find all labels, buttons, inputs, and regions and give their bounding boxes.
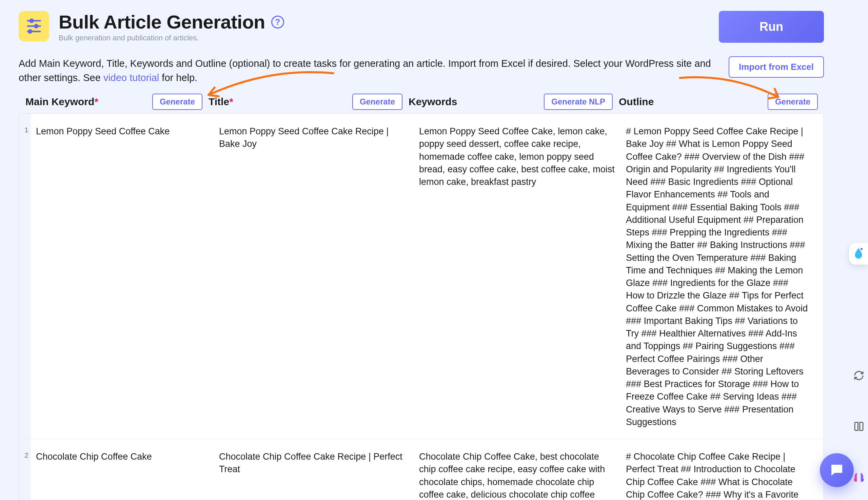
- table-row[interactable]: 2 Chocolate Chip Coffee Cake Chocolate C…: [19, 439, 824, 500]
- video-tutorial-link[interactable]: video tutorial: [103, 72, 159, 83]
- cell-keywords[interactable]: Chocolate Chip Coffee Cake, best chocola…: [419, 451, 626, 500]
- cell-outline[interactable]: # Chocolate Chip Coffee Cake Recipe | Pe…: [626, 451, 818, 500]
- row-number: 2: [19, 439, 31, 500]
- app-icon: [19, 11, 49, 42]
- brain-icon[interactable]: [852, 470, 866, 485]
- cell-outline[interactable]: # Lemon Poppy Seed Coffee Cake Recipe | …: [626, 125, 818, 429]
- chat-icon: [829, 462, 845, 478]
- row-number: 1: [19, 114, 31, 439]
- tasks-table: 1 Lemon Poppy Seed Coffee Cake Lemon Pop…: [19, 113, 824, 500]
- outline-label: Outline: [619, 96, 654, 107]
- run-button[interactable]: Run: [719, 11, 824, 43]
- generate-main-keyword-button[interactable]: Generate: [152, 94, 202, 110]
- main-keyword-label: Main Keyword*: [25, 96, 98, 107]
- cell-main-keyword[interactable]: Lemon Poppy Seed Coffee Cake: [36, 125, 219, 429]
- generate-nlp-button[interactable]: Generate NLP: [544, 94, 613, 110]
- side-tool-pill[interactable]: [849, 243, 868, 264]
- cell-title[interactable]: Lemon Poppy Seed Coffee Cake Recipe | Ba…: [219, 125, 419, 429]
- refresh-icon[interactable]: [852, 368, 866, 383]
- svg-point-7: [28, 30, 32, 33]
- water-drop-icon: [853, 247, 865, 259]
- chat-fab[interactable]: [820, 453, 854, 487]
- cell-keywords[interactable]: Lemon Poppy Seed Coffee Cake, lemon cake…: [419, 125, 626, 429]
- cell-title[interactable]: Chocolate Chip Coffee Cake Recipe | Perf…: [219, 451, 419, 500]
- table-row[interactable]: 1 Lemon Poppy Seed Coffee Cake Lemon Pop…: [19, 114, 824, 439]
- intro-after: for help.: [159, 72, 197, 83]
- book-icon[interactable]: [852, 419, 866, 433]
- title-label: Title*: [209, 96, 233, 107]
- keywords-label: Keywords: [408, 96, 457, 107]
- svg-point-1: [30, 19, 33, 22]
- page-title: Bulk Article Generation: [59, 11, 265, 33]
- generate-outline-button[interactable]: Generate: [768, 94, 818, 110]
- intro-text: Add Main Keyword, Title, Keywords and Ou…: [19, 56, 715, 85]
- cell-main-keyword[interactable]: Chocolate Chip Coffee Cake: [36, 451, 219, 500]
- svg-point-9: [860, 248, 863, 250]
- import-from-excel-button[interactable]: Import from Excel: [729, 56, 824, 78]
- column-headers: Main Keyword* Generate Title* Generate K…: [19, 94, 824, 110]
- svg-point-4: [35, 25, 38, 28]
- generate-title-button[interactable]: Generate: [352, 94, 403, 110]
- page-header: Bulk Article Generation ? Bulk generatio…: [19, 11, 824, 43]
- help-icon[interactable]: ?: [271, 15, 284, 29]
- page-subtitle: Bulk generation and publication of artic…: [59, 34, 709, 42]
